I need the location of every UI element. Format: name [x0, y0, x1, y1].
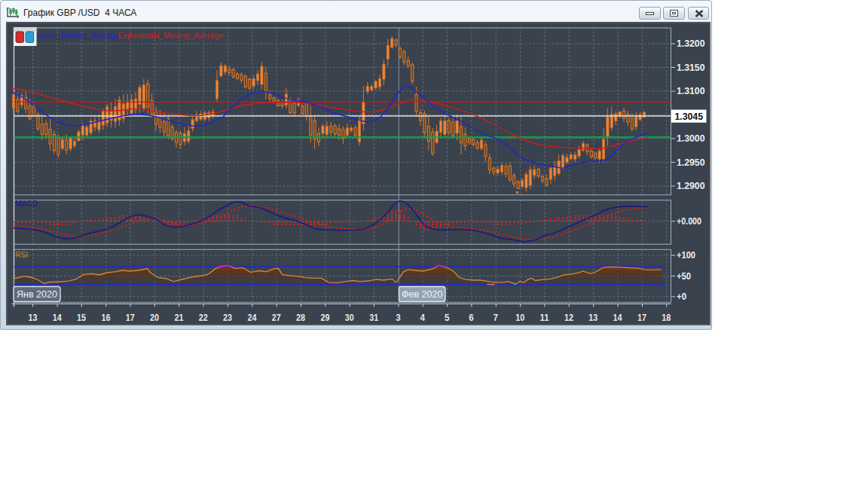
svg-text:1.2950: 1.2950: [677, 157, 705, 168]
svg-text:+0: +0: [677, 291, 686, 302]
svg-text:13: 13: [28, 313, 37, 323]
svg-text:18: 18: [662, 313, 671, 323]
svg-text:15: 15: [77, 313, 86, 323]
svg-text:28: 28: [296, 313, 305, 323]
svg-text:+0.000: +0.000: [677, 215, 701, 227]
svg-text:10: 10: [515, 313, 524, 323]
svg-text:29: 29: [320, 313, 329, 323]
svg-text:17: 17: [125, 313, 134, 323]
svg-text:+50: +50: [677, 270, 691, 282]
svg-text:1.3200: 1.3200: [677, 38, 705, 49]
svg-text:Янв 2020: Янв 2020: [17, 289, 57, 300]
svg-text:16: 16: [101, 313, 110, 323]
svg-text:3: 3: [396, 313, 401, 323]
svg-text:22: 22: [198, 313, 207, 323]
svg-text:+100: +100: [677, 249, 695, 261]
svg-text:1.3045: 1.3045: [674, 111, 703, 122]
svg-text:5: 5: [444, 313, 449, 323]
svg-text:13: 13: [588, 313, 598, 323]
svg-text:1.3150: 1.3150: [677, 62, 705, 73]
svg-text:14: 14: [613, 313, 622, 323]
svg-text:ential_Moving_Average: ential_Moving_Average: [38, 31, 121, 40]
svg-text:31: 31: [369, 313, 378, 323]
svg-text:1.3000: 1.3000: [677, 133, 705, 144]
svg-text:14: 14: [52, 313, 61, 323]
svg-text:4: 4: [420, 313, 425, 323]
svg-text:MACD: MACD: [15, 200, 37, 208]
svg-text:RSI: RSI: [15, 251, 28, 259]
svg-text:27: 27: [271, 313, 280, 323]
svg-text:7: 7: [493, 313, 498, 323]
svg-text:23: 23: [223, 313, 232, 323]
svg-text:12: 12: [564, 313, 573, 323]
svg-text:24: 24: [247, 313, 256, 323]
svg-text:21: 21: [174, 313, 183, 323]
svg-text:17: 17: [637, 313, 646, 323]
svg-text:1.3100: 1.3100: [677, 85, 705, 96]
svg-text:11: 11: [539, 313, 549, 323]
svg-text:Фев 2020: Фев 2020: [402, 289, 442, 300]
svg-text:6: 6: [469, 313, 474, 323]
svg-text:Exponential_Moving_Average: Exponential_Moving_Average: [118, 31, 222, 40]
svg-text:20: 20: [150, 313, 159, 323]
svg-text:1.2900: 1.2900: [677, 180, 705, 191]
svg-text:30: 30: [344, 313, 353, 323]
